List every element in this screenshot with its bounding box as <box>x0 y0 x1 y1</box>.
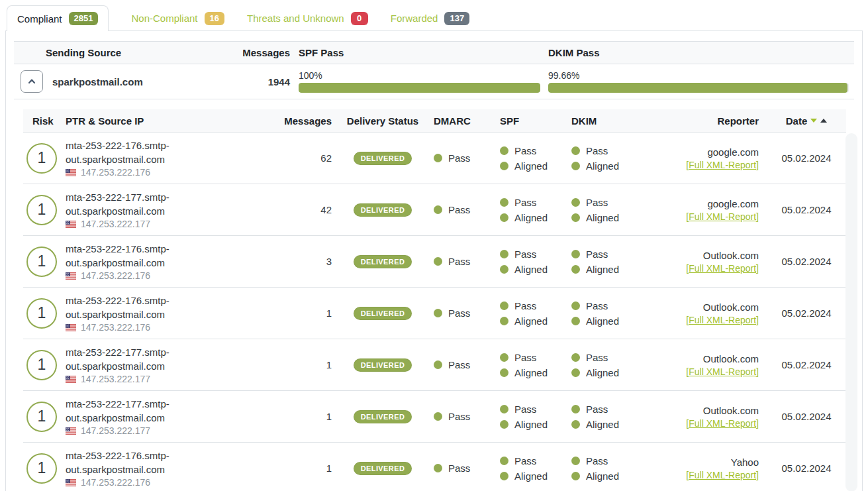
ptr-hostname: mta-253-222-176.smtp- <box>66 242 169 256</box>
full-xml-report-link[interactable]: [Full XML-Report] <box>686 160 759 170</box>
dmarc-result: Pass <box>448 307 470 319</box>
reporter-domain: google.com <box>707 146 759 158</box>
pass-dot-icon <box>571 198 580 207</box>
spf-result: Pass <box>514 248 536 260</box>
aligned-dot-icon <box>500 420 508 429</box>
dkim-alignment: Aligned <box>586 160 619 172</box>
full-xml-report-link[interactable]: [Full XML-Report] <box>686 211 759 222</box>
spf-result: Pass <box>514 300 536 311</box>
ptr-hostname: mta-253-222-176.smtp- <box>66 449 169 463</box>
vertical-scrollbar[interactable] <box>845 133 857 491</box>
tab-non-compliant[interactable]: Non-Compliant 16 <box>131 12 224 25</box>
detail-rows: 1 mta-253-222-176.smtp- out.sparkpostmai… <box>23 133 846 491</box>
source-message-count: 1944 <box>213 76 290 87</box>
spf-pass-percent: 100% <box>299 70 540 81</box>
dkim-result: Pass <box>586 248 608 260</box>
spf-result: Pass <box>514 352 536 363</box>
spf-alignment: Aligned <box>514 419 548 430</box>
dkim-alignment: Aligned <box>586 315 619 327</box>
dmarc-result: Pass <box>448 411 470 422</box>
tab-label: Compliant <box>17 13 62 25</box>
col-risk: Risk <box>23 115 58 127</box>
col-messages: Messages <box>246 115 332 127</box>
pass-dot-icon <box>500 353 508 362</box>
risk-score: 1 <box>26 195 57 225</box>
report-date: 05.02.2024 <box>767 256 846 267</box>
ptr-hostname: out.sparkpostmail.com <box>66 204 165 218</box>
full-xml-report-link[interactable]: [Full XML-Report] <box>686 263 759 274</box>
risk-score: 1 <box>26 246 57 277</box>
tab-count-badge: 2851 <box>69 12 99 25</box>
spf-alignment: Aligned <box>514 264 548 275</box>
reporter-domain: Outlook.com <box>703 405 759 416</box>
ptr-hostname: out.sparkpostmail.com <box>66 411 165 425</box>
tab-compliant[interactable]: Compliant 2851 <box>7 5 109 31</box>
col-reporter: Reporter <box>655 115 759 127</box>
col-dmarc: DMARC <box>434 115 492 127</box>
reporter-domain: Outlook.com <box>703 250 759 261</box>
tab-threats-and-unknown[interactable]: Threats and Unknown 0 <box>247 12 368 25</box>
source-ip: 147.253.222.176 <box>81 167 150 178</box>
source-ip: 147.253.222.176 <box>81 270 150 281</box>
tab-label: Forwarded <box>391 13 438 24</box>
col-messages: Messages <box>213 47 290 58</box>
pass-dot-icon <box>500 198 508 207</box>
pass-dot-icon <box>500 146 508 155</box>
pass-dot-icon <box>434 257 442 266</box>
table-row: 1 mta-253-222-177.smtp- out.sparkpostmai… <box>23 391 846 443</box>
us-flag-icon <box>66 376 76 383</box>
col-delivery-status: Delivery Status <box>340 115 426 127</box>
report-date: 05.02.2024 <box>767 463 846 474</box>
ptr-hostname: mta-253-222-177.smtp- <box>66 345 169 359</box>
dkim-result: Pass <box>586 455 608 466</box>
full-xml-report-link[interactable]: [Full XML-Report] <box>686 470 759 480</box>
sort-ascending-icon[interactable] <box>820 119 827 123</box>
risk-score: 1 <box>26 298 57 329</box>
ptr-hostname: out.sparkpostmail.com <box>66 256 165 270</box>
table-row: 1 mta-253-222-176.smtp- out.sparkpostmai… <box>23 133 846 184</box>
tab-count-badge: 0 <box>351 12 368 25</box>
full-xml-report-link[interactable]: [Full XML-Report] <box>686 315 759 325</box>
tab-label: Threats and Unknown <box>247 13 344 24</box>
spf-alignment: Aligned <box>514 160 548 172</box>
dkim-result: Pass <box>586 197 608 208</box>
tab-forwarded[interactable]: Forwarded 137 <box>391 12 469 25</box>
source-domain: sparkpostmail.com <box>52 76 143 87</box>
collapse-source-button[interactable] <box>21 70 43 93</box>
sort-descending-icon[interactable] <box>810 119 817 123</box>
risk-score: 1 <box>26 453 57 484</box>
date-label: Date <box>786 115 808 127</box>
source-ip: 147.253.222.176 <box>81 322 150 333</box>
full-xml-report-link[interactable]: [Full XML-Report] <box>686 366 759 377</box>
ptr-hostname: out.sparkpostmail.com <box>66 307 165 321</box>
table-row: 1 mta-253-222-177.smtp- out.sparkpostmai… <box>23 339 846 391</box>
tab-count-badge: 137 <box>444 12 469 25</box>
source-ip: 147.253.222.177 <box>81 425 150 436</box>
col-dkim-pass: DKIM Pass <box>540 47 849 58</box>
dmarc-result: Pass <box>448 152 470 164</box>
delivery-status-badge: DELIVERED <box>354 410 412 423</box>
aligned-dot-icon <box>500 368 508 377</box>
pass-dot-icon <box>434 309 442 317</box>
delivery-status-badge: DELIVERED <box>354 462 412 475</box>
messages-count: 1 <box>246 411 332 422</box>
aligned-dot-icon <box>571 265 580 274</box>
full-xml-report-link[interactable]: [Full XML-Report] <box>686 418 759 429</box>
dkim-alignment: Aligned <box>586 212 619 223</box>
table-row: 1 mta-253-222-176.smtp- out.sparkpostmai… <box>23 443 846 491</box>
delivery-status-badge: DELIVERED <box>354 152 412 165</box>
pass-dot-icon <box>571 353 580 362</box>
risk-score: 1 <box>26 143 57 174</box>
us-flag-icon <box>66 324 76 331</box>
dmarc-result: Pass <box>448 256 470 267</box>
spf-result: Pass <box>514 455 536 466</box>
spf-result: Pass <box>514 197 536 208</box>
source-ip: 147.253.222.177 <box>81 219 150 229</box>
pass-dot-icon <box>571 301 580 310</box>
sending-source-row: sparkpostmail.com 1944 100% 99.66% <box>14 64 854 99</box>
chevron-up-icon <box>26 76 37 87</box>
aligned-dot-icon <box>500 317 508 325</box>
aligned-dot-icon <box>500 162 508 170</box>
report-date: 05.02.2024 <box>767 152 846 164</box>
col-date-sort[interactable]: Date <box>767 115 846 127</box>
